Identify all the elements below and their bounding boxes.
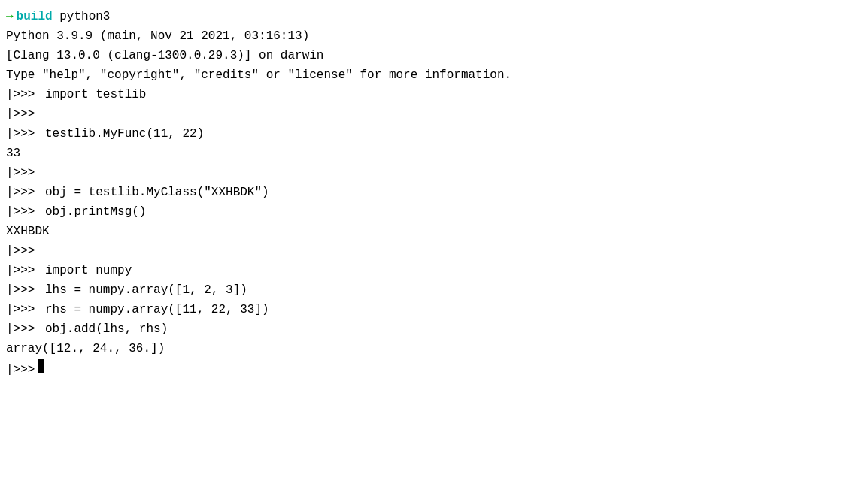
prompt-line-7: |>>>	[0, 242, 868, 262]
result-33: 33	[6, 144, 20, 164]
command-import-numpy: import numpy	[38, 262, 132, 281]
prompt-marker: |>>>	[6, 105, 35, 125]
type-help-info: Type "help", "copyright", "credits" or "…	[6, 66, 511, 86]
prompt-marker: |>>>	[6, 203, 35, 222]
prompt-marker: |>>>	[6, 301, 35, 320]
prompt-marker: |>>>	[6, 361, 35, 380]
prompt-marker: |>>>	[6, 183, 35, 203]
output-line-2: [Clang 13.0.0 (clang-1300.0.29.3)] on da…	[0, 47, 868, 66]
prompt-line-final[interactable]: |>>>	[0, 359, 868, 380]
prompt-marker: |>>>	[6, 86, 35, 105]
command-import-testlib: import testlib	[38, 86, 146, 105]
prompt-line-4: |>>>	[0, 164, 868, 183]
prompt-line-5: |>>> obj = testlib.MyClass("XXHBDK")	[0, 183, 868, 203]
build-args: python3	[53, 8, 111, 27]
prompt-marker: |>>>	[6, 320, 35, 340]
prompt-line-1: |>>> import testlib	[0, 86, 868, 105]
command-myfunc: testlib.MyFunc(11, 22)	[38, 125, 204, 144]
prompt-marker: |>>>	[6, 164, 35, 183]
result-xxhbdk: XXHBDK	[6, 222, 50, 242]
prompt-line-8: |>>> import numpy	[0, 262, 868, 281]
prompt-line-11: |>>> obj.add(lhs, rhs)	[0, 320, 868, 340]
prompt-line-3: |>>> testlib.MyFunc(11, 22)	[0, 125, 868, 144]
python-version: Python 3.9.9 (main, Nov 21 2021, 03:16:1…	[6, 27, 309, 47]
result-array: array([12., 24., 36.])	[6, 340, 165, 359]
output-line-1: Python 3.9.9 (main, Nov 21 2021, 03:16:1…	[0, 27, 868, 47]
command-printmsg: obj.printMsg()	[38, 203, 146, 222]
clang-info: [Clang 13.0.0 (clang-1300.0.29.3)] on da…	[6, 47, 323, 66]
prompt-line-2: |>>>	[0, 105, 868, 125]
prompt-marker: |>>>	[6, 125, 35, 144]
build-header-line: → build python3	[0, 8, 868, 27]
prompt-line-9: |>>> lhs = numpy.array([1, 2, 3])	[0, 281, 868, 301]
prompt-marker: |>>>	[6, 281, 35, 301]
command-add: obj.add(lhs, rhs)	[38, 320, 168, 340]
prompt-line-6: |>>> obj.printMsg()	[0, 203, 868, 222]
prompt-line-10: |>>> rhs = numpy.array([11, 22, 33])	[0, 301, 868, 320]
output-line-5: XXHBDK	[0, 222, 868, 242]
command-lhs: lhs = numpy.array([1, 2, 3])	[38, 281, 247, 301]
command-myclass: obj = testlib.MyClass("XXHBDK")	[38, 183, 269, 203]
output-line-6: array([12., 24., 36.])	[0, 340, 868, 359]
cursor	[38, 359, 44, 373]
arrow-icon: →	[6, 8, 14, 27]
output-line-3: Type "help", "copyright", "credits" or "…	[0, 66, 868, 86]
output-line-4: 33	[0, 144, 868, 164]
prompt-marker: |>>>	[6, 242, 35, 262]
prompt-marker: |>>>	[6, 262, 35, 281]
terminal-window[interactable]: → build python3 Python 3.9.9 (main, Nov …	[0, 0, 868, 487]
build-keyword: build	[17, 8, 53, 27]
command-rhs: rhs = numpy.array([11, 22, 33])	[38, 301, 269, 320]
